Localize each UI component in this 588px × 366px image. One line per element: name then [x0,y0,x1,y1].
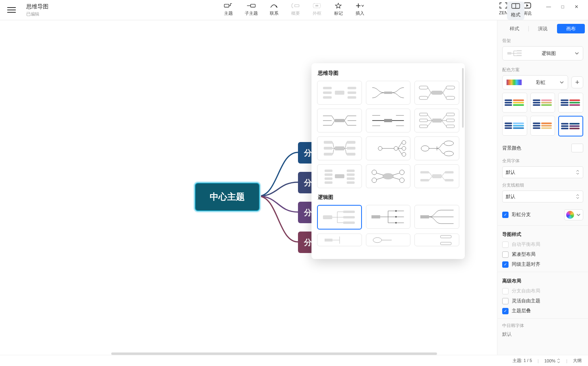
svg-rect-13 [347,92,356,94]
bg-color-swatch[interactable] [571,144,583,152]
linewidth-select[interactable]: 默认 [502,191,583,202]
svg-rect-2 [295,4,299,6]
skeleton-option[interactable] [414,136,459,160]
svg-point-67 [372,170,377,175]
skeleton-option[interactable] [366,164,411,188]
main-toolbar: 主题 子主题 联系 概要 外框 标记 插入 [223,2,365,16]
skeleton-option[interactable] [414,205,459,229]
tab-present[interactable]: 演说 [529,24,557,33]
menu-button[interactable] [7,6,16,14]
rainbow-branch-check[interactable]: 彩虹分支 [502,211,531,218]
skeleton-popup: 思维导图 逻辑图 [311,63,465,259]
skeleton-option[interactable] [366,205,411,229]
doc-title: 思维导图 [26,3,48,10]
svg-rect-18 [419,96,428,99]
align-siblings-check[interactable]: 同级主题对齐 [502,261,583,268]
subtopic-button[interactable]: 子主题 [245,2,258,16]
skeleton-option[interactable] [414,81,459,105]
svg-rect-8 [335,91,344,95]
scheme-option[interactable] [530,116,555,136]
skeleton-option[interactable] [366,109,411,132]
svg-rect-34 [432,119,442,123]
stepper-icon [576,194,580,199]
scheme-option[interactable] [558,93,583,113]
svg-rect-15 [384,92,392,94]
compact-check[interactable]: 紧凑型布局 [502,251,583,258]
skeleton-option-selected[interactable] [317,205,362,230]
skeleton-option[interactable] [317,81,362,105]
map-style-title: 导图样式 [502,231,583,238]
marker-button[interactable]: 标记 [333,2,344,16]
free-topic-check[interactable]: 灵活自由主题 [502,298,583,304]
skeleton-option[interactable] [414,234,459,246]
checkbox-icon [502,298,509,304]
svg-rect-20 [446,96,455,99]
svg-rect-73 [420,179,429,181]
scheme-option[interactable] [502,116,527,136]
svg-point-48 [378,146,382,150]
plus-icon [356,2,364,9]
svg-rect-64 [324,177,332,180]
center-topic[interactable]: 中心主题 [195,183,260,211]
svg-rect-65 [324,181,332,184]
svg-point-86 [373,238,382,243]
svg-point-66 [383,173,394,179]
svg-point-50 [402,140,406,144]
scheme-select[interactable]: 彩虹 [502,75,568,90]
adv-layout-title: 高级布局 [502,278,583,284]
popup-scrollbar[interactable] [462,68,464,128]
outline-button[interactable]: 大纲 [573,358,582,364]
checkbox-icon [502,261,509,268]
font-select[interactable]: 默认 [502,166,583,178]
tab-canvas[interactable]: 画布 [557,24,585,33]
overlap-check[interactable]: 主题层叠 [502,308,583,314]
cjk-font-label: 中日韩字体 [502,323,583,329]
close-button[interactable]: ✕ [574,4,578,10]
svg-point-69 [400,170,404,175]
svg-rect-29 [384,119,392,122]
scheme-option-selected[interactable] [558,116,583,136]
scheme-option[interactable] [502,93,527,113]
format-button[interactable]: 格式 [507,2,524,20]
topic-button[interactable]: 主题 [223,2,234,16]
skeleton-option[interactable] [317,109,362,132]
main: 中心主题 分 分 分 分 思维导图 逻辑图 [0,20,588,355]
star-icon [334,2,343,9]
skeleton-option[interactable] [366,234,411,246]
svg-rect-35 [420,113,427,116]
svg-rect-1 [250,4,255,7]
skeleton-option[interactable] [366,81,411,105]
svg-rect-42 [346,141,355,144]
scheme-option[interactable] [530,93,555,113]
relation-button[interactable]: 联系 [269,2,279,16]
scheme-grid [502,93,583,136]
maximize-button[interactable]: □ [561,4,564,10]
svg-rect-11 [323,96,331,99]
skeleton-option[interactable] [414,164,459,188]
svg-point-55 [444,151,454,156]
skeleton-select[interactable]: 逻辑图 [502,46,583,60]
svg-rect-87 [441,235,451,238]
skeleton-option[interactable] [366,136,411,160]
skeleton-option[interactable] [317,136,362,160]
svg-point-68 [372,178,377,183]
svg-rect-63 [324,173,332,176]
svg-rect-89 [507,52,511,55]
zoom-level[interactable]: 100% [544,358,561,363]
rainbow-style-select[interactable] [564,209,583,220]
skeleton-option[interactable] [414,109,459,132]
svg-rect-39 [447,119,455,122]
skeleton-option[interactable] [317,164,362,188]
svg-point-54 [444,141,454,146]
insert-button[interactable]: 插入 [355,2,365,16]
chevron-down-icon [560,80,564,84]
tab-style[interactable]: 样式 [501,24,528,33]
fullscreen-icon [499,2,508,9]
boundary-button: 外框 [312,2,322,16]
minimize-button[interactable]: — [546,4,551,10]
skeleton-option[interactable] [317,234,362,246]
add-scheme-button[interactable]: + [571,76,583,88]
panel-tabs: 样式 演说 画布 [501,23,585,35]
svg-rect-38 [447,113,455,116]
canvas[interactable]: 中心主题 分 分 分 分 思维导图 逻辑图 [0,20,497,355]
